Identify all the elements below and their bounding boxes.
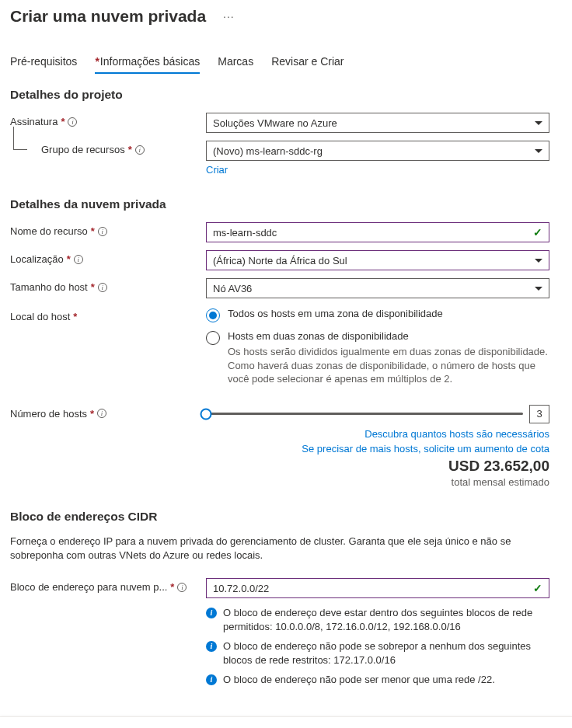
tab-tags[interactable]: Marcas [218,55,253,74]
hosts-slider[interactable] [206,413,523,415]
required-icon: * [170,581,174,593]
subscription-label: Assinatura [10,116,58,127]
required-icon: * [67,253,71,265]
cidr-addr-value: 10.72.0.0/22 [213,583,533,594]
footer: Revisar e Criar Anterior Próximo : Marca… [0,716,572,728]
price: USD 23.652,00 [206,458,549,475]
rg-select[interactable]: (Novo) ms-learn-sddc-rg [206,141,549,161]
resource-name-label: Nome do recurso [10,225,88,237]
cidr-addr-label: Bloco de endereço para nuvem p... [10,581,167,593]
tab-review[interactable]: Revisar e Criar [271,55,344,74]
cidr-info-1: O bloco de endereço deve estar dentro do… [223,606,549,633]
rg-label: Grupo de recursos [41,144,125,155]
tree-line [13,127,27,150]
required-icon: * [73,311,77,322]
radio-single-zone[interactable]: Todos os hosts em uma zona de disponibil… [206,308,549,322]
info-icon[interactable]: i [68,117,77,127]
chevron-down-icon [535,287,542,291]
host-location-label: Local do host [10,311,70,322]
info-icon[interactable]: i [177,583,187,592]
project-heading: Detalhes do projeto [10,88,562,102]
tab-basics-label: Informações básicas [100,55,200,68]
radio-icon [206,308,220,322]
host-size-value: Nó AV36 [213,283,535,294]
hosts-input[interactable]: 3 [529,405,549,423]
required-icon: * [91,225,95,237]
resource-name-input[interactable]: ms-learn-sddc ✓ [206,222,549,242]
hosts-needed-link[interactable]: Descubra quantos hosts são necessários [206,428,549,440]
more-icon[interactable]: ··· [223,10,235,23]
location-label: Localização [10,253,64,265]
radio-dual-zone-desc: Os hosts serão divididos igualmente em d… [228,345,549,386]
info-icon: i [206,674,217,685]
cidr-heading: Bloco de endereços CIDR [10,510,562,524]
tab-basics[interactable]: *Informações básicas [95,55,200,74]
price-subtitle: total mensal estimado [206,476,549,488]
info-icon: i [206,608,217,618]
radio-dual-zone-label: Hosts em duas zonas de disponibilidade [228,330,549,342]
info-icon[interactable]: i [74,255,83,264]
subscription-select[interactable]: Soluções VMware no Azure [206,113,549,133]
slider-thumb-icon[interactable] [201,408,212,420]
info-icon[interactable]: i [135,145,145,155]
required-icon: * [91,281,95,293]
radio-dual-zone[interactable]: Hosts em duas zonas de disponibilidade O… [206,330,549,386]
rg-create-link[interactable]: Criar [206,164,228,176]
cidr-info-3: O bloco de endereço não pode ser menor q… [223,673,495,687]
host-size-select[interactable]: Nó AV36 [206,278,549,298]
cidr-addr-input[interactable]: 10.72.0.0/22 ✓ [206,578,549,598]
info-icon[interactable]: i [98,227,107,236]
quota-increase-link[interactable]: Se precisar de mais hosts, solicite um a… [206,443,549,455]
page-title: Criar uma nuvem privada [10,7,206,26]
check-icon: ✓ [533,226,542,239]
cidr-info-2: O bloco de endereço não pode se sobrepor… [223,639,549,667]
info-icon[interactable]: i [97,409,106,418]
location-select[interactable]: (África) Norte da África do Sul [206,250,549,270]
info-icon: i [206,641,217,652]
hosts-label: Número de hosts [10,408,87,420]
subscription-value: Soluções VMware no Azure [213,117,535,129]
radio-single-zone-label: Todos os hosts em uma zona de disponibil… [228,308,549,319]
tab-prerequisites[interactable]: Pré-requisitos [10,55,77,74]
radio-icon [206,331,220,345]
rg-value: (Novo) ms-learn-sddc-rg [213,145,535,157]
location-value: (África) Norte da África do Sul [213,255,535,266]
required-icon: * [90,408,94,420]
required-icon: * [128,144,132,155]
chevron-down-icon [535,121,542,125]
required-icon: * [61,116,65,127]
chevron-down-icon [535,259,542,263]
cloud-heading: Detalhes da nuvem privada [10,197,562,211]
host-size-label: Tamanho do host [10,281,88,293]
tabs: Pré-requisitos *Informações básicas Marc… [10,55,562,74]
resource-name-value: ms-learn-sddc [213,227,533,239]
check-icon: ✓ [533,582,542,594]
cidr-desc: Forneça o endereço IP para a nuvem priva… [10,535,562,563]
info-icon[interactable]: i [98,283,107,292]
chevron-down-icon [535,149,542,153]
